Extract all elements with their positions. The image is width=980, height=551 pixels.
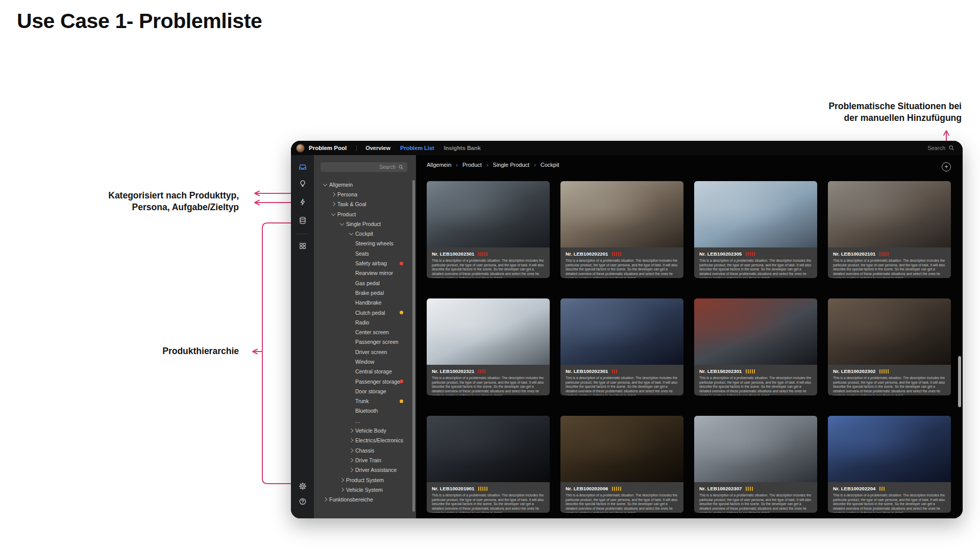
card-photo <box>427 181 550 247</box>
card-photo <box>560 298 683 365</box>
header-search[interactable]: Search <box>927 145 954 151</box>
breadcrumb-item-allgemein[interactable]: Allgemein <box>427 162 451 168</box>
breadcrumb-item-cockpit[interactable]: Cockpit <box>541 162 559 168</box>
card-body: Nr. LEB100202301This is a description of… <box>427 247 550 278</box>
severity-bars-red <box>879 252 889 256</box>
chevron-right-icon[interactable] <box>329 203 337 206</box>
tab-insights-bank[interactable]: Insights Bank <box>444 145 481 151</box>
card-title-row: Nr. LEB100202301 <box>566 368 678 374</box>
tree-item-passenger-storage[interactable]: Passenger storage <box>314 377 411 386</box>
tree-item-driver-screen[interactable]: Driver screen <box>314 347 411 357</box>
severity-bar <box>879 369 880 373</box>
tree-scrollbar[interactable] <box>412 180 415 512</box>
tree-item-passenger-screen[interactable]: Passenger screen <box>314 337 411 347</box>
tree-item-label: Trunk <box>355 398 369 404</box>
problem-card-LEB100202301[interactable]: Nr. LEB100202301This is a description of… <box>560 298 683 395</box>
tree-item-radio[interactable]: Radio <box>314 317 411 327</box>
problem-card-LEB150202301[interactable]: Nr. LEB150202301This is a description of… <box>694 298 817 395</box>
severity-bar <box>884 369 885 373</box>
severity-bar <box>616 369 617 373</box>
tree-item-drive-train[interactable]: Drive Train <box>314 455 411 465</box>
problem-card-LEB100202302[interactable]: Nr. LEB100202302This is a description of… <box>828 298 951 395</box>
tree-item-product-system[interactable]: Product System <box>314 475 411 485</box>
severity-bar <box>620 487 621 491</box>
tree-item-window[interactable]: Window <box>314 357 411 366</box>
chevron-down-icon[interactable] <box>329 213 337 215</box>
tree-item-center-screen[interactable]: Center screen <box>314 327 411 337</box>
tree-item-gas-pedal[interactable]: Gas pedal <box>314 278 411 288</box>
chevron-right-icon[interactable] <box>347 429 355 432</box>
tree-item-label: … <box>355 418 361 424</box>
tree-item-funktionsbereiche[interactable]: Funktionsbereiche <box>314 495 411 505</box>
card-number: Nr. LEB100202101 <box>833 251 875 257</box>
breadcrumb-item-single-product[interactable]: Single Product <box>493 162 530 168</box>
problem-card-LEB100202204[interactable]: Nr. LEB100202204This is a description of… <box>828 416 951 513</box>
chevron-right-icon[interactable] <box>338 488 346 491</box>
tree-item-driver-assistance[interactable]: Driver Assistance <box>314 465 411 475</box>
tree-item-vehicle-body[interactable]: Vehicle Body <box>314 425 411 435</box>
apps-grid-icon[interactable] <box>299 242 306 250</box>
problem-card-LEB100202301[interactable]: Nr. LEB100202301This is a description of… <box>427 181 550 278</box>
chevron-right-icon[interactable] <box>347 449 355 452</box>
problem-card-LEB100202006[interactable]: Nr. LEB100202006This is a description of… <box>560 416 683 513</box>
problem-card-LEB100202101[interactable]: Nr. LEB100202101This is a description of… <box>828 181 951 278</box>
tree-item-label: Task & Goal <box>337 201 366 207</box>
chevron-right-icon[interactable] <box>329 193 337 196</box>
tab-problem-list[interactable]: Problem List <box>400 145 434 151</box>
tree-item--[interactable]: … <box>314 416 411 425</box>
add-problem-button[interactable]: + <box>942 162 951 171</box>
problem-card-LEB100201901[interactable]: Nr. LEB100201901This is a description of… <box>427 416 550 513</box>
app-window: Problem Pool Overview Problem List Insig… <box>291 141 963 518</box>
chevron-right-icon[interactable] <box>347 459 355 462</box>
tree-item-electrics-electronics[interactable]: Electrics/Electronics <box>314 436 411 445</box>
problem-card-LEB100202307[interactable]: Nr. LEB100202307This is a description of… <box>694 416 817 513</box>
tree-item-handbrake[interactable]: Handbrake <box>314 298 411 308</box>
severity-bar <box>750 487 751 491</box>
tree-item-allgemein[interactable]: Allgemein <box>314 180 411 189</box>
inbox-icon[interactable] <box>298 163 307 171</box>
problem-card-LEB100202201[interactable]: Nr. LEB100202201This is a description of… <box>560 181 683 278</box>
tree-item-seats[interactable]: Seats <box>314 248 411 258</box>
tree-item-brake-pedal[interactable]: Brake pedal <box>314 288 411 297</box>
tree-search-input[interactable]: Search <box>321 162 407 172</box>
tree-item-steering-wheels[interactable]: Steering wheels <box>314 239 411 248</box>
tree-item-task-goal[interactable]: Task & Goal <box>314 199 411 209</box>
tree-item-central-storage[interactable]: Central storage <box>314 367 411 377</box>
tree-item-clutch-pedal[interactable]: Clutch pedal <box>314 308 411 317</box>
tab-overview[interactable]: Overview <box>365 145 390 151</box>
lightning-icon[interactable] <box>299 198 306 206</box>
tree-item-chassis[interactable]: Chassis <box>314 445 411 455</box>
chevron-right-icon[interactable] <box>347 439 355 442</box>
chevron-right-icon[interactable] <box>347 468 355 471</box>
tree-item-label: Funktionsbereiche <box>329 496 373 503</box>
chevron-down-icon[interactable] <box>321 184 329 186</box>
problem-card-LEB100202321[interactable]: Nr. LEB100202321This is a description of… <box>427 298 550 395</box>
tree-item-single-product[interactable]: Single Product <box>314 219 411 229</box>
card-body: Nr. LEB100202302This is a description of… <box>828 365 951 395</box>
avatar[interactable] <box>296 144 305 153</box>
card-photo <box>694 181 817 247</box>
tree-item-door-storage[interactable]: Door storage <box>314 386 411 396</box>
annotation-manual-line2: der manuellen Hinzufügung <box>828 112 962 124</box>
chevron-right-icon[interactable] <box>321 498 329 501</box>
severity-bar <box>879 487 880 491</box>
tree-item-rearview-mirror[interactable]: Rearview mirror <box>314 268 411 278</box>
tree-item-safety-airbag[interactable]: Safety airbag <box>314 258 411 268</box>
tree-item-bluetooth[interactable]: Bluetooth <box>314 406 411 416</box>
database-icon[interactable] <box>299 216 307 224</box>
tree-item-trunk[interactable]: Trunk <box>314 396 411 406</box>
chevron-down-icon[interactable] <box>347 233 355 235</box>
gear-icon[interactable] <box>299 482 307 490</box>
tree-item-persona[interactable]: Persona <box>314 189 411 199</box>
tree-item-product[interactable]: Product <box>314 209 411 219</box>
problem-card-LEB100202305[interactable]: Nr. LEB100202305This is a description of… <box>694 181 817 278</box>
annotation-manual: Problematische Situationen bei der manue… <box>828 101 962 124</box>
tree-item-cockpit[interactable]: Cockpit <box>314 229 411 238</box>
help-icon[interactable] <box>299 497 307 506</box>
chevron-down-icon[interactable] <box>338 223 346 225</box>
lightbulb-icon[interactable] <box>299 180 307 188</box>
breadcrumb-item-product[interactable]: Product <box>462 162 482 168</box>
content-scrollbar[interactable] <box>958 356 961 407</box>
tree-item-vehicle-system[interactable]: Vehicle System <box>314 485 411 494</box>
chevron-right-icon[interactable] <box>338 479 346 482</box>
